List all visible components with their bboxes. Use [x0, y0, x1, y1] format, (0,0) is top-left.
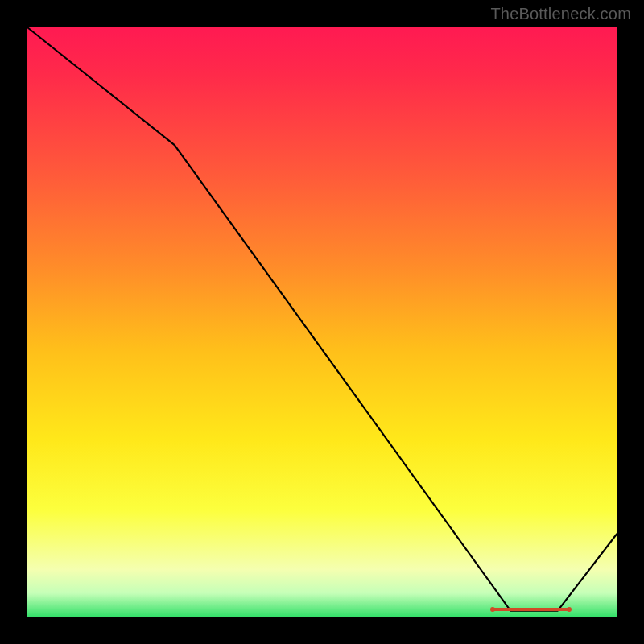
attribution-text: TheBottleneck.com: [490, 5, 631, 23]
chart-line-path: [27, 27, 617, 611]
optimal-range-marker: [493, 608, 569, 611]
chart-plot-area: [27, 27, 617, 617]
chart-line-svg: [27, 27, 617, 617]
